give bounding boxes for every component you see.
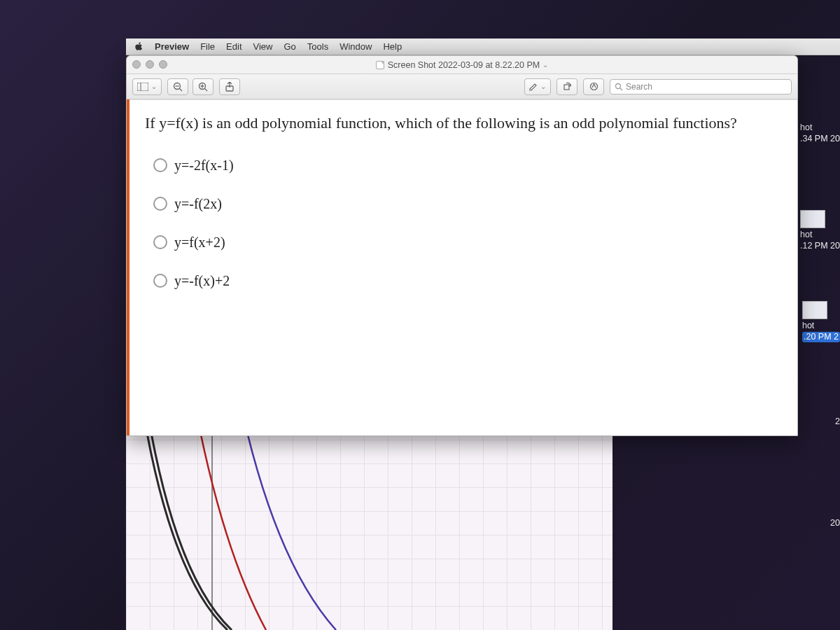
share-button[interactable] bbox=[219, 78, 240, 95]
file-label: hot bbox=[800, 230, 812, 239]
svg-line-3 bbox=[180, 88, 183, 91]
traffic-lights bbox=[132, 60, 167, 69]
option-label: y=-2f(x-1) bbox=[174, 158, 234, 174]
desktop-file-fragment: hot .34 PM 20 bbox=[800, 122, 840, 144]
desktop-file-fragment: hot .12 PM 20 bbox=[800, 210, 840, 251]
radio-icon bbox=[153, 235, 167, 249]
apple-menu-icon[interactable] bbox=[134, 42, 144, 52]
svg-rect-10 bbox=[564, 85, 569, 90]
chevron-down-icon: ⌄ bbox=[151, 83, 157, 90]
desktop-file-fragment: 20 bbox=[830, 518, 840, 529]
markup-button[interactable] bbox=[583, 78, 604, 95]
question-text: If y=f(x) is an odd polynomial function,… bbox=[138, 113, 786, 134]
search-placeholder: Search bbox=[626, 82, 652, 92]
zoom-in-icon bbox=[198, 82, 208, 92]
file-label: 20 bbox=[830, 518, 840, 528]
zoom-out-icon bbox=[173, 82, 183, 92]
file-thumbnail[interactable] bbox=[800, 210, 825, 228]
rotate-button[interactable] bbox=[556, 78, 578, 95]
zoom-out-button[interactable] bbox=[167, 78, 188, 95]
svg-point-12 bbox=[616, 83, 621, 88]
desktop-file-fragment: 2 bbox=[835, 416, 840, 428]
file-label: .12 PM 20 bbox=[800, 241, 840, 251]
menu-tools[interactable]: Tools bbox=[307, 41, 328, 52]
window-titlebar[interactable]: Screen Shot 2022-03-09 at 8.22.20 PM ⌄ bbox=[127, 56, 797, 74]
menu-view[interactable]: View bbox=[253, 41, 273, 52]
content-accent-border bbox=[127, 99, 130, 435]
options-group: y=-2f(x-1) y=-f(2x) y=f(x+2) y=-f(x)+2 bbox=[138, 158, 786, 289]
toolbar: ⌄ ⌄ bbox=[127, 74, 797, 99]
chevron-down-icon[interactable]: ⌄ bbox=[542, 61, 548, 69]
file-label-selected: .20 PM 2 bbox=[802, 332, 840, 343]
file-label: .34 PM 20 bbox=[800, 134, 840, 144]
highlight-button[interactable]: ⌄ bbox=[524, 78, 551, 95]
option-label: y=-f(2x) bbox=[174, 196, 222, 212]
document-content: If y=f(x) is an odd polynomial function,… bbox=[127, 99, 797, 435]
option-c[interactable]: y=f(x+2) bbox=[153, 234, 786, 251]
markup-icon bbox=[589, 82, 598, 91]
file-thumbnail[interactable] bbox=[802, 301, 827, 319]
option-d[interactable]: y=-f(x)+2 bbox=[153, 273, 786, 289]
option-label: y=-f(x)+2 bbox=[174, 273, 230, 289]
sidebar-icon bbox=[137, 83, 148, 91]
zoom-button[interactable] bbox=[159, 60, 167, 69]
radio-icon bbox=[153, 158, 167, 172]
rotate-icon bbox=[563, 82, 572, 91]
desktop-file-fragment: hot .20 PM 2 bbox=[802, 301, 840, 342]
radio-icon bbox=[153, 197, 167, 211]
menubar: Preview File Edit View Go Tools Window H… bbox=[126, 38, 840, 55]
document-proxy-icon[interactable] bbox=[376, 61, 384, 69]
menu-file[interactable]: File bbox=[200, 41, 215, 52]
option-b[interactable]: y=-f(2x) bbox=[153, 196, 786, 212]
preview-window: Screen Shot 2022-03-09 at 8.22.20 PM ⌄ ⌄ bbox=[126, 55, 798, 436]
sidebar-view-button[interactable]: ⌄ bbox=[132, 78, 162, 95]
svg-line-13 bbox=[620, 88, 622, 90]
pencil-icon bbox=[529, 83, 538, 91]
svg-line-6 bbox=[205, 88, 208, 91]
option-label: y=f(x+2) bbox=[174, 234, 225, 251]
file-label: 2 bbox=[835, 416, 840, 426]
file-label: hot bbox=[800, 122, 812, 132]
menu-help[interactable]: Help bbox=[383, 41, 402, 52]
menu-window[interactable]: Window bbox=[340, 41, 372, 52]
search-input[interactable]: Search bbox=[610, 79, 792, 94]
radio-icon bbox=[153, 274, 167, 288]
window-title: Screen Shot 2022-03-09 at 8.22.20 PM bbox=[388, 60, 540, 70]
minimize-button[interactable] bbox=[146, 60, 154, 69]
option-a[interactable]: y=-2f(x-1) bbox=[153, 158, 786, 174]
close-button[interactable] bbox=[132, 60, 141, 69]
menu-edit[interactable]: Edit bbox=[226, 41, 241, 52]
share-icon bbox=[225, 82, 234, 92]
zoom-in-button[interactable] bbox=[192, 78, 214, 95]
menu-app[interactable]: Preview bbox=[155, 41, 189, 52]
chevron-down-icon: ⌄ bbox=[540, 83, 546, 90]
svg-rect-0 bbox=[137, 83, 148, 91]
file-label: hot bbox=[802, 321, 814, 330]
menu-go[interactable]: Go bbox=[284, 41, 295, 52]
search-icon bbox=[615, 83, 623, 91]
